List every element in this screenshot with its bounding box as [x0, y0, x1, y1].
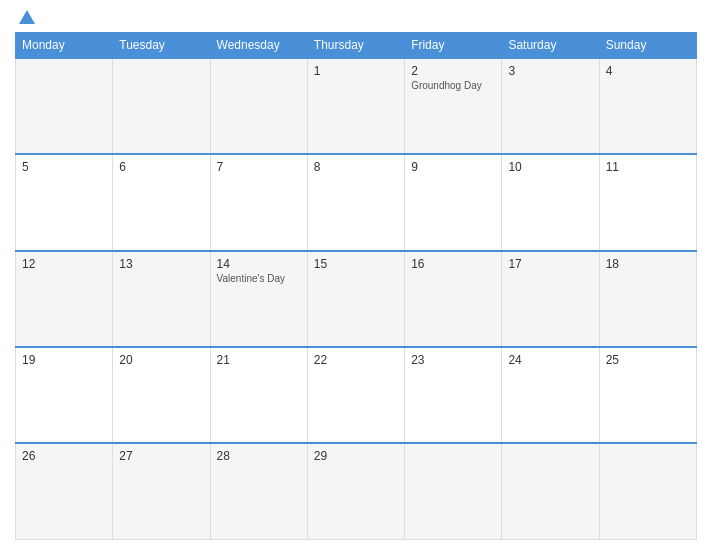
calendar-cell: 8: [307, 154, 404, 250]
day-number: 11: [606, 160, 690, 174]
day-number: 16: [411, 257, 495, 271]
calendar-cell: 21: [210, 347, 307, 443]
day-header-thursday: Thursday: [307, 33, 404, 59]
calendar-cell: 10: [502, 154, 599, 250]
day-number: 9: [411, 160, 495, 174]
day-number: 25: [606, 353, 690, 367]
days-header-row: MondayTuesdayWednesdayThursdayFridaySatu…: [16, 33, 697, 59]
calendar-cell: [599, 443, 696, 539]
day-number: 24: [508, 353, 592, 367]
day-number: 17: [508, 257, 592, 271]
day-number: 21: [217, 353, 301, 367]
calendar-cell: [405, 443, 502, 539]
day-number: 14: [217, 257, 301, 271]
calendar-cell: 11: [599, 154, 696, 250]
day-number: 1: [314, 64, 398, 78]
page: MondayTuesdayWednesdayThursdayFridaySatu…: [0, 0, 712, 550]
calendar-cell: 14Valentine's Day: [210, 251, 307, 347]
day-number: 13: [119, 257, 203, 271]
calendar-cell: 9: [405, 154, 502, 250]
calendar-cell: [113, 58, 210, 154]
calendar-cell: 12: [16, 251, 113, 347]
calendar-cell: 29: [307, 443, 404, 539]
day-header-monday: Monday: [16, 33, 113, 59]
day-number: 5: [22, 160, 106, 174]
day-number: 4: [606, 64, 690, 78]
day-number: 15: [314, 257, 398, 271]
day-header-sunday: Sunday: [599, 33, 696, 59]
calendar-body: 12Groundhog Day34567891011121314Valentin…: [16, 58, 697, 540]
holiday-label: Groundhog Day: [411, 80, 495, 91]
calendar-cell: 15: [307, 251, 404, 347]
holiday-label: Valentine's Day: [217, 273, 301, 284]
calendar-table: MondayTuesdayWednesdayThursdayFridaySatu…: [15, 32, 697, 540]
day-number: 2: [411, 64, 495, 78]
calendar-cell: 26: [16, 443, 113, 539]
day-number: 23: [411, 353, 495, 367]
calendar-cell: 6: [113, 154, 210, 250]
week-row-5: 26272829: [16, 443, 697, 539]
calendar-cell: 19: [16, 347, 113, 443]
calendar-cell: 7: [210, 154, 307, 250]
day-header-wednesday: Wednesday: [210, 33, 307, 59]
calendar-cell: [502, 443, 599, 539]
calendar-cell: [16, 58, 113, 154]
calendar-cell: 5: [16, 154, 113, 250]
day-number: 26: [22, 449, 106, 463]
calendar-cell: 27: [113, 443, 210, 539]
day-number: 18: [606, 257, 690, 271]
calendar-cell: 25: [599, 347, 696, 443]
calendar-cell: 4: [599, 58, 696, 154]
calendar-cell: 16: [405, 251, 502, 347]
week-row-4: 19202122232425: [16, 347, 697, 443]
calendar-header: MondayTuesdayWednesdayThursdayFridaySatu…: [16, 33, 697, 59]
calendar-cell: 17: [502, 251, 599, 347]
day-number: 10: [508, 160, 592, 174]
week-row-3: 121314Valentine's Day15161718: [16, 251, 697, 347]
day-number: 6: [119, 160, 203, 174]
calendar-cell: 1: [307, 58, 404, 154]
day-number: 19: [22, 353, 106, 367]
calendar-cell: 24: [502, 347, 599, 443]
day-header-saturday: Saturday: [502, 33, 599, 59]
calendar-cell: 2Groundhog Day: [405, 58, 502, 154]
calendar-cell: 13: [113, 251, 210, 347]
day-number: 20: [119, 353, 203, 367]
calendar-cell: 22: [307, 347, 404, 443]
calendar-cell: 23: [405, 347, 502, 443]
day-number: 3: [508, 64, 592, 78]
day-number: 8: [314, 160, 398, 174]
header: [15, 10, 697, 24]
calendar-cell: 28: [210, 443, 307, 539]
day-number: 29: [314, 449, 398, 463]
day-number: 28: [217, 449, 301, 463]
logo: [15, 10, 35, 24]
day-header-friday: Friday: [405, 33, 502, 59]
week-row-2: 567891011: [16, 154, 697, 250]
calendar-cell: [210, 58, 307, 154]
day-number: 22: [314, 353, 398, 367]
day-header-tuesday: Tuesday: [113, 33, 210, 59]
day-number: 27: [119, 449, 203, 463]
logo-triangle-icon: [19, 10, 35, 24]
week-row-1: 12Groundhog Day34: [16, 58, 697, 154]
calendar-cell: 18: [599, 251, 696, 347]
calendar-cell: 20: [113, 347, 210, 443]
day-number: 7: [217, 160, 301, 174]
day-number: 12: [22, 257, 106, 271]
calendar-cell: 3: [502, 58, 599, 154]
